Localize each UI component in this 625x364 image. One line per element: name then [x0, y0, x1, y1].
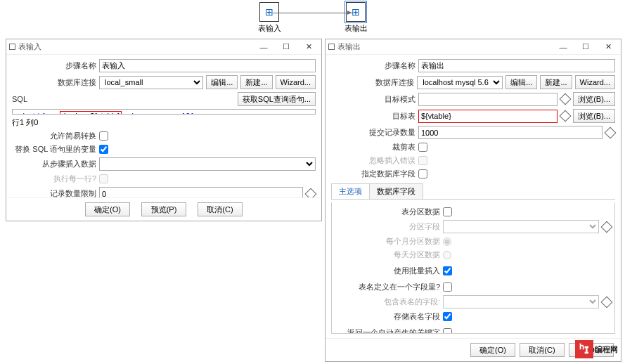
close-icon[interactable]: ✕	[598, 41, 618, 53]
minimize-icon[interactable]: —	[553, 41, 573, 53]
gen-key-label: 返回一个自动产生的关键字	[335, 327, 440, 334]
schema-input[interactable]	[418, 93, 558, 106]
browse-schema-button[interactable]: 浏览(B)...	[573, 92, 615, 106]
commit-label: 提交记录数量	[331, 127, 415, 138]
variable-icon	[602, 222, 612, 232]
titlebar[interactable]: 表输入 — ☐ ✕	[6, 39, 321, 55]
window-title: 表输出	[337, 41, 550, 52]
browse-table-button[interactable]: 浏览(B)...	[573, 109, 615, 123]
window-title: 表输入	[18, 41, 251, 52]
cancel-button[interactable]: 取消(C)	[198, 202, 243, 216]
schema-label: 目标模式	[331, 94, 415, 105]
step-name-input[interactable]	[418, 59, 615, 72]
variable-icon[interactable]	[605, 128, 615, 138]
watermark: ʰɪ 编程网	[575, 340, 618, 358]
specify-fields-label: 指定数据库字段	[331, 169, 415, 179]
partition-field-select	[443, 220, 599, 233]
brand-logo-icon: ʰɪ	[575, 340, 593, 358]
partition-field-label: 分区字段	[335, 221, 440, 232]
partition-checkbox[interactable]	[443, 207, 452, 216]
tab-content: 表分区数据 分区字段 每个月分区数据 每天分区数据 使用批量插入 表名定义在一个…	[331, 202, 615, 334]
each-row-label: 执行每一行?	[12, 174, 96, 184]
from-step-select[interactable]	[99, 157, 316, 171]
connection-select[interactable]: local_small	[99, 76, 203, 89]
tab-main[interactable]: 主选项	[331, 183, 370, 199]
gen-key-checkbox[interactable]	[443, 328, 452, 334]
maximize-icon[interactable]: ☐	[576, 41, 595, 53]
variable-icon[interactable]	[306, 189, 316, 198]
truncate-label: 裁剪表	[331, 142, 415, 152]
each-row-checkbox	[99, 174, 108, 183]
commit-input[interactable]	[418, 126, 603, 139]
step-name-input[interactable]	[99, 59, 316, 72]
flow-arrow	[273, 13, 353, 13]
replace-vars-label: 替换 SQL 语句里的变量	[12, 144, 96, 155]
table-label: 目标表	[331, 111, 415, 122]
name-field-select	[443, 295, 599, 308]
node-table-output[interactable]: ⊞ 表输出	[344, 2, 368, 34]
store-field-label: 存储表名字段	[335, 311, 440, 322]
tabs: 主选项 数据库字段	[331, 183, 615, 200]
step-name-label: 步骤名称	[331, 60, 415, 71]
name-field-label: 包含表名的字段:	[335, 297, 440, 307]
ok-button[interactable]: 确定(O)	[470, 343, 515, 357]
get-sql-button[interactable]: 获取SQL查询语句...	[238, 92, 316, 106]
variable-icon	[602, 297, 612, 307]
edit-button[interactable]: 编辑...	[206, 75, 238, 89]
connection-label: 数据库连接	[12, 77, 96, 88]
daily-label: 每天分区数据	[335, 249, 440, 260]
wizard-button[interactable]: Wizard...	[575, 75, 615, 89]
sql-highlight: dw_hos.${vtable}	[60, 111, 122, 115]
name-in-field-label: 表名定义在一个字段里?	[335, 282, 440, 292]
window-icon	[9, 44, 15, 50]
ok-button[interactable]: 确定(O)	[85, 202, 130, 216]
titlebar[interactable]: 表输出 — ☐ ✕	[326, 39, 621, 55]
daily-radio	[443, 251, 451, 259]
edit-button[interactable]: 编辑...	[505, 75, 537, 89]
batch-checkbox[interactable]	[443, 266, 452, 275]
new-button[interactable]: 新建...	[540, 75, 572, 89]
monthly-radio	[443, 238, 451, 246]
partition-label: 表分区数据	[335, 207, 440, 217]
replace-vars-checkbox[interactable]	[99, 145, 108, 154]
node-label: 表输出	[344, 23, 368, 34]
connection-select[interactable]: localhost mysql 5.6	[417, 76, 503, 89]
preview-button[interactable]: 预览(P)	[141, 202, 186, 216]
name-in-field-checkbox[interactable]	[443, 282, 452, 292]
sql-editor[interactable]: select * from dw_hos.${vtable} where row…	[12, 109, 316, 115]
window-icon	[328, 44, 335, 50]
cursor-position: 行1 列0	[12, 117, 316, 128]
store-field-checkbox[interactable]	[443, 312, 452, 321]
batch-label: 使用批量插入	[335, 266, 440, 276]
limit-label: 记录数量限制	[12, 188, 96, 197]
new-button[interactable]: 新建...	[240, 75, 272, 89]
cancel-button[interactable]: 取消(C)	[520, 343, 565, 357]
maximize-icon[interactable]: ☐	[276, 41, 296, 53]
table-output-dialog: 表输出 — ☐ ✕ 步骤名称 数据库连接 localhost mysql 5.6…	[325, 39, 621, 362]
ignore-checkbox	[418, 156, 427, 165]
limit-input[interactable]	[99, 187, 303, 197]
lazy-label: 允许简易转换	[12, 131, 96, 141]
monthly-label: 每个月分区数据	[335, 236, 440, 247]
table-input[interactable]	[418, 110, 558, 123]
close-icon[interactable]: ✕	[299, 41, 318, 53]
node-table-input[interactable]: ⊞ 表输入	[258, 2, 281, 34]
flow-canvas: ⊞ 表输入 ⊞ 表输出	[0, 0, 625, 35]
wizard-button[interactable]: Wizard...	[276, 75, 316, 89]
truncate-checkbox[interactable]	[418, 143, 427, 152]
variable-icon[interactable]	[560, 111, 570, 121]
node-label: 表输入	[258, 23, 281, 34]
variable-icon[interactable]	[560, 94, 570, 104]
from-step-label: 从步骤插入数据	[12, 159, 96, 169]
lazy-checkbox[interactable]	[99, 131, 108, 141]
specify-fields-checkbox[interactable]	[418, 169, 427, 178]
minimize-icon[interactable]: —	[254, 41, 273, 53]
brand-text: 编程网	[595, 344, 618, 355]
sql-label: SQL	[12, 95, 27, 103]
connection-label: 数据库连接	[331, 77, 414, 88]
ignore-label: 忽略插入错误	[331, 155, 415, 166]
tab-fields[interactable]: 数据库字段	[369, 183, 423, 199]
step-name-label: 步骤名称	[12, 60, 96, 71]
table-input-dialog: 表输入 — ☐ ✕ 步骤名称 数据库连接 local_small 编辑... 新…	[6, 39, 322, 221]
